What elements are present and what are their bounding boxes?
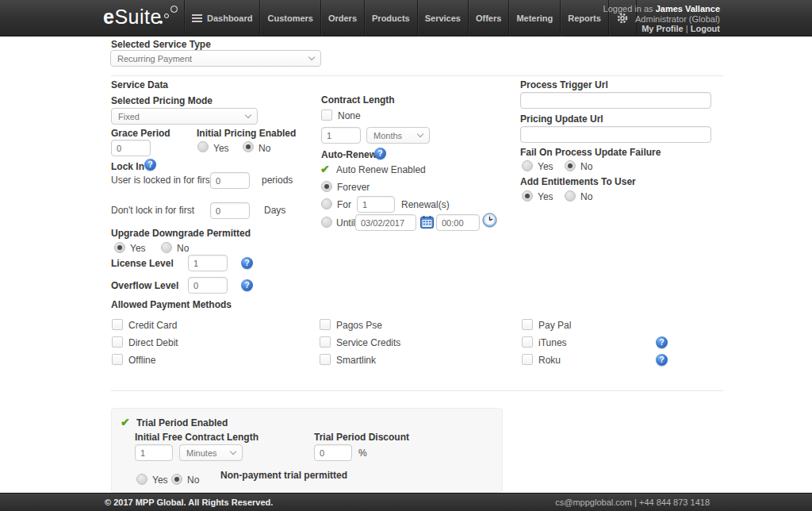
pricing-mode-select[interactable]: Fixed — [111, 108, 258, 125]
upgrade-downgrade-no-radio[interactable] — [161, 242, 172, 253]
hamburger-icon — [192, 14, 202, 22]
nav-item-offers[interactable]: Offers — [469, 0, 509, 36]
contract-length-input[interactable] — [321, 127, 361, 144]
user-info-block: Logged in as James Vallance Administrato… — [603, 4, 720, 34]
add-entitlements-yes-radio[interactable] — [522, 190, 533, 202]
nav-label-services: Services — [425, 13, 461, 23]
fail-on-process-yes-radio[interactable] — [522, 160, 533, 171]
roku-checkbox[interactable] — [522, 354, 533, 365]
roku-help-icon[interactable]: ? — [656, 354, 668, 366]
trial-discount-input[interactable] — [314, 444, 352, 461]
lock-in-periods-suffix: periods — [262, 175, 293, 186]
upgrade-downgrade-yes-label: Yes — [130, 243, 146, 254]
lock-in-row2-text: Don't lock in for first — [111, 205, 194, 216]
service-credits-checkbox[interactable] — [320, 336, 331, 348]
nav-item-orders[interactable]: Orders — [321, 0, 365, 36]
contact-text: cs@mppglobal.com | +44 844 873 1418 — [555, 494, 710, 511]
upgrade-downgrade-yes-radio[interactable] — [114, 242, 125, 253]
nav-item-customers[interactable]: Customers — [260, 0, 320, 36]
roku-label: Roku — [538, 355, 561, 366]
nav-item-dashboard[interactable]: Dashboard — [184, 0, 260, 36]
calendar-icon[interactable] — [420, 216, 434, 229]
pricing-mode-label: Selected Pricing Mode — [111, 95, 213, 106]
smartlink-checkbox[interactable] — [320, 354, 331, 365]
direct-debit-label: Direct Debit — [128, 337, 178, 348]
renewals-count-input[interactable] — [357, 196, 395, 213]
overflow-level-input[interactable] — [188, 277, 228, 294]
nav-item-metering[interactable]: Metering — [509, 0, 561, 36]
itunes-help-icon[interactable]: ? — [656, 336, 668, 348]
credit-card-label: Credit Card — [128, 320, 177, 331]
initial-pricing-yes-label: Yes — [213, 143, 229, 154]
lock-in-days-suffix: Days — [264, 205, 285, 216]
license-level-input[interactable] — [188, 255, 228, 271]
auto-renew-for-radio[interactable] — [321, 198, 332, 209]
add-entitlements-label: Add Entitlements To User — [520, 176, 636, 187]
auto-renew-enabled-check-icon[interactable]: ✔ — [320, 163, 330, 175]
nav-item-services[interactable]: Services — [418, 0, 469, 36]
pagos-pse-checkbox[interactable] — [320, 319, 331, 330]
main-menu: Dashboard Customers Orders Products Serv… — [184, 0, 637, 36]
initial-pricing-yes-radio[interactable] — [197, 141, 209, 152]
logout-link[interactable]: Logout — [691, 24, 720, 33]
service-credits-label: Service Credits — [336, 337, 400, 348]
add-entitlements-no-radio[interactable] — [565, 190, 576, 202]
my-profile-link[interactable]: My Profile — [642, 24, 684, 33]
non-payment-yes-radio[interactable] — [136, 474, 147, 485]
nav-label-customers: Customers — [267, 13, 312, 23]
until-date-input[interactable] — [355, 214, 416, 231]
trial-length-unit-select[interactable]: Minutes — [179, 444, 243, 461]
grace-period-input[interactable] — [111, 140, 151, 156]
nav-label-offers: Offers — [476, 13, 501, 23]
license-level-help-icon[interactable]: ? — [241, 257, 253, 269]
contract-none-label: None — [338, 110, 361, 121]
esuite-logo[interactable]: eSuite — [103, 6, 190, 31]
contract-unit-value: Months — [373, 131, 402, 140]
nav-label-metering: Metering — [516, 13, 553, 23]
upgrade-downgrade-label: Upgrade Downgrade Permitted — [111, 228, 251, 239]
until-time-input[interactable] — [436, 214, 480, 231]
trial-length-input[interactable] — [135, 444, 173, 461]
auto-renew-forever-radio[interactable] — [321, 181, 332, 192]
process-trigger-url-label: Process Trigger Url — [520, 79, 608, 90]
initial-pricing-no-label: No — [259, 143, 270, 154]
renewals-suffix-label: Renewal(s) — [401, 199, 450, 210]
user-role: Administrator (Global) — [603, 14, 720, 25]
lock-in-days-input[interactable] — [210, 202, 250, 219]
direct-debit-checkbox[interactable] — [112, 336, 123, 348]
logo-text-suite: Suite — [114, 6, 161, 28]
user-name: James Vallance — [656, 4, 720, 13]
auto-renew-enabled-label: Auto Renew Enabled — [336, 164, 426, 175]
auto-renew-until-radio[interactable] — [321, 217, 332, 228]
nav-label-dashboard: Dashboard — [207, 13, 252, 23]
contract-unit-select[interactable]: Months — [366, 127, 430, 144]
lock-in-row1-text: User is locked in for first — [111, 175, 213, 186]
nav-item-reports[interactable]: Reports — [561, 0, 609, 36]
lock-in-help-icon[interactable]: ? — [144, 159, 156, 171]
process-trigger-url-input[interactable] — [520, 92, 711, 109]
overflow-level-help-icon[interactable]: ? — [241, 279, 253, 291]
nav-label-reports: Reports — [568, 13, 601, 23]
trial-length-label: Initial Free Contract Length — [135, 432, 259, 443]
selected-service-type-label: Selected Service Type — [111, 39, 211, 50]
offline-checkbox[interactable] — [112, 354, 123, 365]
lock-in-periods-input[interactable] — [210, 172, 250, 189]
credit-card-checkbox[interactable] — [112, 319, 123, 330]
service-type-select[interactable]: Recurring Payment — [110, 50, 321, 67]
nav-item-products[interactable]: Products — [365, 0, 418, 36]
clock-icon[interactable] — [482, 213, 497, 228]
footer-bar: © 2017 MPP Global. All Rights Reserved. … — [0, 493, 812, 511]
fail-on-process-no-radio[interactable] — [565, 160, 576, 171]
auto-renew-help-icon[interactable]: ? — [374, 148, 386, 159]
itunes-checkbox[interactable] — [522, 336, 533, 348]
trial-enabled-check-icon[interactable]: ✔ — [121, 416, 130, 428]
upgrade-downgrade-no-label: No — [177, 243, 189, 254]
trial-length-unit-value: Minutes — [186, 448, 217, 458]
non-payment-no-radio[interactable] — [171, 474, 182, 485]
paypal-checkbox[interactable] — [522, 319, 533, 330]
pricing-update-url-input[interactable] — [520, 126, 711, 143]
contract-none-checkbox[interactable] — [321, 110, 332, 121]
pricing-update-url-label: Pricing Update Url — [520, 113, 603, 125]
service-type-value: Recurring Payment — [117, 54, 192, 63]
initial-pricing-no-radio[interactable] — [243, 141, 254, 152]
